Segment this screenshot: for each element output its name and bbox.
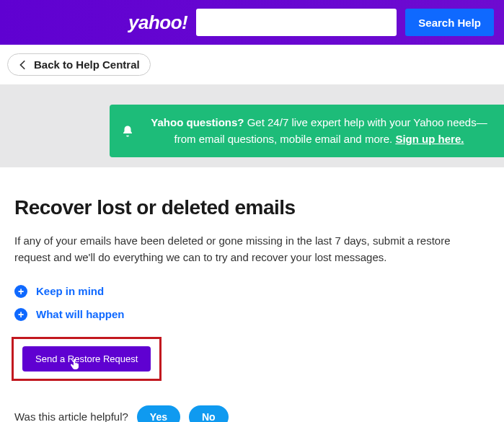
bell-icon: [121, 125, 134, 138]
article-intro: If any of your emails have been deleted …: [14, 232, 483, 266]
banner-strong: Yahoo questions?: [151, 116, 244, 128]
restore-button-label: Send a Restore Request: [35, 353, 138, 364]
expander-label: What will happen: [36, 308, 125, 320]
feedback-row: Was this article helpful? Yes No: [14, 405, 490, 423]
feedback-yes-button[interactable]: Yes: [137, 405, 180, 423]
yahoo-logo: yahoo!: [128, 12, 187, 34]
banner-wrap: Yahoo questions? Get 24/7 live expert he…: [0, 84, 504, 157]
highlight-box: Send a Restore Request: [12, 337, 162, 381]
search-input[interactable]: [196, 9, 397, 36]
signup-link[interactable]: Sign up here.: [395, 133, 464, 145]
arrow-left-icon: [18, 60, 28, 70]
send-restore-request-button[interactable]: Send a Restore Request: [22, 346, 151, 372]
page-title: Recover lost or deleted emails: [14, 196, 490, 219]
back-button-label: Back to Help Central: [34, 58, 140, 71]
top-header: yahoo! Search Help: [0, 0, 504, 45]
search-help-button[interactable]: Search Help: [405, 9, 494, 36]
feedback-question: Was this article helpful?: [14, 410, 128, 422]
feedback-no-button[interactable]: No: [189, 405, 229, 423]
back-to-help-central-button[interactable]: Back to Help Central: [7, 53, 151, 76]
back-bar: Back to Help Central: [0, 45, 504, 84]
banner-text: Yahoo questions? Get 24/7 live expert he…: [151, 116, 487, 145]
article-content: Recover lost or deleted emails If any of…: [0, 167, 504, 422]
promo-banner: Yahoo questions? Get 24/7 live expert he…: [110, 105, 504, 157]
cursor-hand-icon: [70, 359, 79, 371]
plus-circle-icon: +: [14, 285, 27, 298]
expander-what-will-happen[interactable]: + What will happen: [14, 308, 490, 321]
plus-circle-icon: +: [14, 308, 27, 321]
expander-label: Keep in mind: [36, 285, 104, 297]
expander-keep-in-mind[interactable]: + Keep in mind: [14, 285, 490, 298]
